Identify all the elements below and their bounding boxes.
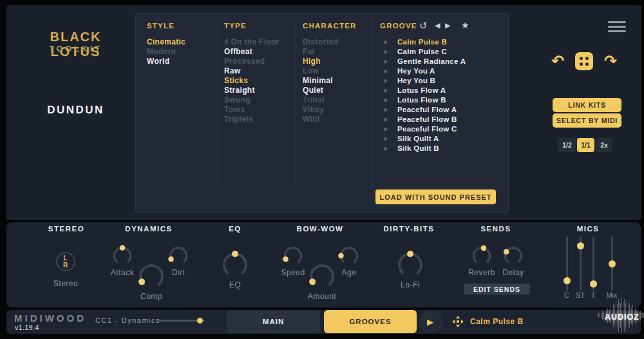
slider-thumb[interactable]	[590, 280, 597, 287]
eq-section-header: EQ	[229, 225, 242, 233]
star-icon[interactable]: ★	[383, 134, 389, 144]
type-item[interactable]: Sticks	[224, 76, 248, 86]
type-item[interactable]: Offbeat	[224, 47, 252, 57]
brand-logo: MIDIWOOD	[14, 313, 86, 324]
rate-full-button[interactable]: 1/1	[577, 138, 594, 152]
groove-item[interactable]: ★Hey You B	[383, 76, 435, 86]
groove-item[interactable]: ★Peaceful Flow A	[383, 105, 457, 115]
character-item[interactable]: Low	[303, 66, 319, 76]
stereo-label: Stereo	[45, 279, 86, 288]
drag-groove-icon[interactable]	[451, 315, 464, 328]
version-label: v1.19.4	[15, 324, 39, 331]
cc-assignment-label: CC1 - Dynamics	[95, 316, 160, 324]
character-column-header: CHARACTER	[303, 22, 357, 30]
star-icon[interactable]: ★	[383, 124, 389, 134]
column-divider	[372, 19, 373, 186]
groove-item[interactable]: ★Lotus Flow A	[383, 86, 446, 95]
dirty-bits-section-header: DIRTY-BITS	[384, 225, 435, 233]
star-icon[interactable]: ★	[383, 115, 389, 124]
column-divider	[217, 19, 218, 186]
load-with-sound-preset-button[interactable]: LOAD WITH SOUND PRESET	[375, 189, 496, 204]
star-icon[interactable]: ★	[383, 37, 389, 47]
play-button[interactable]: ▶	[419, 310, 442, 333]
star-icon[interactable]: ★	[383, 105, 389, 115]
logo-subtitle: TOOLKIT	[26, 44, 126, 53]
star-icon[interactable]: ★	[383, 76, 389, 86]
comp-knob[interactable]: Comp	[131, 262, 172, 301]
plugin-window: BLACK LOTUS TOOLKIT DUNDUN STYLE TYPE CH…	[0, 0, 644, 339]
character-item[interactable]: Tribal	[303, 95, 325, 105]
type-item[interactable]: Triplets	[224, 115, 253, 124]
mic-slider-st[interactable]	[575, 237, 585, 291]
tab-grooves[interactable]: GROOVES	[324, 310, 417, 333]
groove-item[interactable]: ★Peaceful Flow C	[383, 124, 457, 134]
star-icon[interactable]: ★	[383, 66, 389, 76]
stereo-section-header: STEREO	[48, 225, 84, 233]
groove-item[interactable]: ★Hey You A	[383, 66, 435, 76]
mic-label-mix: Mix	[602, 291, 621, 299]
type-item[interactable]: 4 On the Floor	[224, 37, 279, 47]
link-kits-button[interactable]: LINK KITS	[553, 98, 621, 112]
randomize-dice-icon[interactable]	[575, 52, 593, 70]
slider-thumb[interactable]	[609, 260, 616, 267]
tab-main[interactable]: MAIN	[227, 310, 320, 333]
slider-thumb[interactable]	[564, 277, 571, 284]
rate-double-button[interactable]: 2x	[596, 138, 612, 152]
type-item[interactable]: Straight	[224, 86, 255, 95]
stereo-lr-toggle[interactable]: L R	[56, 252, 75, 271]
type-item[interactable]: Swung	[224, 95, 251, 105]
groove-item[interactable]: ★Gentle Radiance A	[383, 57, 466, 66]
mic-slider-mix[interactable]	[607, 237, 617, 291]
style-item-cinematic[interactable]: Cinematic	[147, 37, 185, 47]
groove-item[interactable]: ★Silk Quilt B	[383, 144, 439, 153]
style-item-modern[interactable]: Modern	[147, 47, 176, 57]
character-item[interactable]: High	[303, 57, 321, 66]
type-item[interactable]: Processed	[224, 57, 265, 66]
delay-knob[interactable]: Delay	[493, 244, 534, 277]
mic-slider-t[interactable]	[588, 237, 598, 291]
rate-half-button[interactable]: 1/2	[558, 138, 576, 152]
slider-thumb[interactable]	[577, 242, 584, 249]
edit-sends-button[interactable]: EDIT SENDS	[464, 284, 530, 295]
star-icon[interactable]: ★	[383, 57, 389, 66]
star-icon[interactable]: ★	[383, 95, 389, 105]
eq-knob[interactable]: EQ	[214, 250, 256, 289]
character-item[interactable]: Minimal	[303, 76, 333, 86]
groove-item[interactable]: ★Calm Pulse C	[383, 47, 447, 57]
undo-icon[interactable]: ↶	[551, 53, 564, 70]
column-divider	[295, 19, 296, 186]
character-item[interactable]: Vibey	[303, 105, 324, 115]
character-item[interactable]: Wild	[303, 115, 319, 124]
mic-label-t: T	[583, 291, 603, 299]
mic-slider-c[interactable]	[562, 237, 572, 291]
type-item[interactable]: Raw	[224, 66, 241, 76]
groove-prev-icon[interactable]: ◀	[435, 21, 440, 30]
sends-section-header: SENDS	[480, 225, 511, 233]
type-column-header: TYPE	[224, 22, 247, 30]
bow-wow-section-header: BOW-WOW	[297, 225, 344, 233]
star-icon[interactable]: ★	[383, 86, 389, 95]
groove-item[interactable]: ★Lotus Flow B	[383, 95, 446, 105]
type-item[interactable]: Toms	[224, 105, 245, 115]
current-groove-label: Calm Pulse B	[470, 317, 524, 326]
groove-item[interactable]: ★Silk Quilt A	[383, 134, 439, 144]
star-icon[interactable]: ★	[383, 144, 389, 153]
character-item[interactable]: Fat	[303, 47, 315, 57]
redo-icon[interactable]: ↷	[604, 53, 617, 70]
character-item[interactable]: Quiet	[303, 86, 323, 95]
select-by-midi-button[interactable]: SELECT BY MIDI	[553, 113, 621, 128]
style-item-world[interactable]: World	[147, 57, 169, 66]
cc-slider-thumb[interactable]	[197, 318, 203, 324]
amount-knob[interactable]: Amount	[301, 262, 343, 301]
groove-next-icon[interactable]: ▶	[445, 21, 450, 30]
groove-reset-icon[interactable]: ↺	[419, 20, 428, 32]
groove-item[interactable]: ★Peaceful Flow B	[383, 115, 457, 124]
groove-item[interactable]: ★Calm Pulse B	[383, 37, 447, 47]
lofi-knob[interactable]: Lo-Fi	[390, 250, 431, 289]
menu-icon[interactable]	[608, 21, 626, 35]
style-column-header: STYLE	[147, 22, 175, 30]
character-item[interactable]: Distorted	[303, 37, 338, 47]
dynamics-section-header: DYNAMICS	[125, 225, 172, 233]
groove-favorite-icon[interactable]: ★	[461, 20, 469, 30]
star-icon[interactable]: ★	[383, 47, 389, 57]
